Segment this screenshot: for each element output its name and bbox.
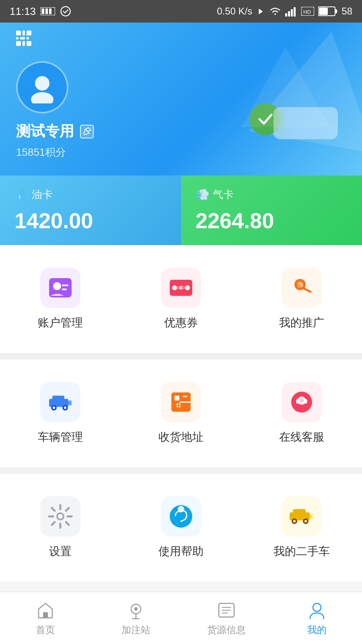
svg-rect-13 — [319, 8, 328, 15]
svg-line-51 — [66, 522, 69, 525]
svg-rect-34 — [68, 400, 72, 405]
bottom-nav: 首页 加注站 货源信息 我的 — [0, 592, 362, 644]
cards-row: 💧 油卡 1420.00 💨 气卡 2264.80 — [0, 175, 362, 245]
cargo-icon — [216, 600, 237, 620]
menu-item-used-car[interactable]: 我的二手车 — [241, 482, 362, 574]
nav-mine[interactable]: 我的 — [272, 596, 362, 640]
menu-item-vehicle[interactable]: 车辆管理 — [0, 367, 121, 459]
help-icon — [168, 504, 194, 529]
svg-text:HD: HD — [303, 9, 311, 15]
svg-text:¥: ¥ — [179, 285, 183, 291]
menu-item-service[interactable]: 在线客服 — [241, 367, 362, 459]
svg-point-31 — [53, 407, 55, 409]
svg-rect-63 — [43, 612, 48, 618]
status-bar: 11:13 0.50 K/s HD 58 — [0, 0, 362, 23]
signal-icon — [285, 6, 297, 17]
oil-card[interactable]: 💧 油卡 1420.00 — [0, 175, 181, 245]
service-label: 在线客服 — [279, 429, 324, 445]
account-label: 账户管理 — [38, 315, 83, 330]
station-icon — [126, 600, 146, 620]
oil-card-amount: 1420.00 — [14, 208, 167, 233]
gas-card-amount: 2264.80 — [195, 208, 348, 233]
home-icon — [35, 600, 56, 620]
nav-cargo-label: 货源信息 — [207, 623, 246, 636]
qr-icon[interactable] — [16, 31, 39, 50]
user-points: 15851积分 — [16, 145, 346, 159]
edit-icon[interactable] — [80, 124, 94, 139]
service-icon — [289, 389, 315, 415]
settings-icon — [47, 504, 73, 529]
svg-rect-1 — [42, 8, 44, 14]
nav-home[interactable]: 首页 — [0, 596, 90, 640]
svg-rect-3 — [49, 8, 51, 14]
svg-point-33 — [64, 407, 66, 409]
gas-card[interactable]: 💨 气卡 2264.80 — [181, 175, 362, 245]
menu-item-help[interactable]: 使用帮助 — [121, 482, 241, 574]
sim-icon — [41, 7, 55, 15]
menu-grid-row2: 车辆管理 收货地址 — [0, 359, 362, 467]
avatar[interactable] — [16, 61, 68, 114]
svg-point-43 — [300, 398, 304, 402]
vehicle-icon — [47, 389, 73, 415]
mine-icon — [307, 600, 327, 620]
main-content: 测试专用 15851积分 💧 油卡 1420.00 — [0, 23, 362, 592]
menu-item-account[interactable]: 账户管理 — [0, 253, 121, 345]
svg-rect-2 — [45, 8, 48, 14]
nav-station[interactable]: 加注站 — [90, 596, 181, 640]
hd-icon: HD — [301, 7, 314, 16]
status-time: 11:13 — [10, 5, 36, 18]
blur-card — [274, 107, 338, 139]
wifi-icon — [269, 6, 281, 17]
menu-grid-row1: 账户管理 ¥ 优惠券 — [0, 245, 362, 353]
menu-item-address[interactable]: 收货地址 — [121, 367, 241, 459]
svg-point-4 — [61, 6, 70, 16]
menu-grid-row3: 设置 使用帮助 — [0, 474, 362, 582]
svg-rect-19 — [62, 285, 68, 286]
promote-label: 我的推广 — [279, 315, 324, 330]
vehicle-label: 车辆管理 — [38, 429, 83, 445]
used-car-icon — [289, 504, 315, 529]
nav-mine-label: 我的 — [307, 623, 327, 636]
menu-item-coupon[interactable]: ¥ 优惠券 — [121, 253, 241, 345]
svg-point-61 — [304, 520, 307, 522]
bluetooth-icon — [256, 6, 265, 17]
nav-home-label: 首页 — [36, 623, 55, 636]
divider-2 — [0, 467, 362, 474]
menu-item-promote[interactable]: 我的推广 — [241, 253, 362, 345]
promote-icon — [289, 275, 315, 301]
svg-line-52 — [66, 508, 69, 511]
nav-cargo[interactable]: 货源信息 — [181, 596, 272, 640]
network-speed: 0.50 K/s — [217, 6, 252, 17]
svg-point-27 — [297, 281, 303, 288]
user-name: 测试专用 — [16, 122, 74, 141]
svg-rect-16 — [80, 125, 93, 138]
svg-rect-29 — [52, 396, 64, 402]
used-car-label: 我的二手车 — [274, 544, 330, 559]
svg-point-15 — [31, 92, 53, 103]
battery-icon — [318, 6, 337, 17]
menu-item-settings[interactable]: 设置 — [0, 482, 121, 574]
svg-rect-5 — [285, 13, 287, 17]
svg-point-14 — [35, 76, 49, 91]
gas-card-label: 💨 气卡 — [195, 188, 348, 202]
address-label: 收货地址 — [158, 429, 204, 445]
svg-rect-8 — [294, 7, 296, 17]
svg-rect-37 — [183, 396, 187, 397]
menu-section: 账户管理 ¥ 优惠券 — [0, 245, 362, 582]
divider-1 — [0, 353, 362, 359]
oil-card-label: 💧 油卡 — [14, 188, 167, 202]
svg-point-22 — [172, 285, 177, 290]
svg-point-70 — [313, 603, 321, 611]
svg-point-59 — [293, 520, 296, 522]
svg-rect-36 — [175, 396, 179, 400]
address-icon — [168, 389, 194, 415]
svg-point-65 — [134, 607, 138, 611]
svg-point-23 — [185, 285, 190, 290]
battery-level: 58 — [341, 6, 352, 17]
svg-point-45 — [58, 514, 63, 519]
coupon-label: 优惠券 — [164, 315, 198, 330]
svg-rect-12 — [335, 9, 337, 13]
settings-label: 设置 — [49, 544, 72, 559]
svg-rect-57 — [293, 509, 306, 516]
help-label: 使用帮助 — [158, 544, 204, 559]
